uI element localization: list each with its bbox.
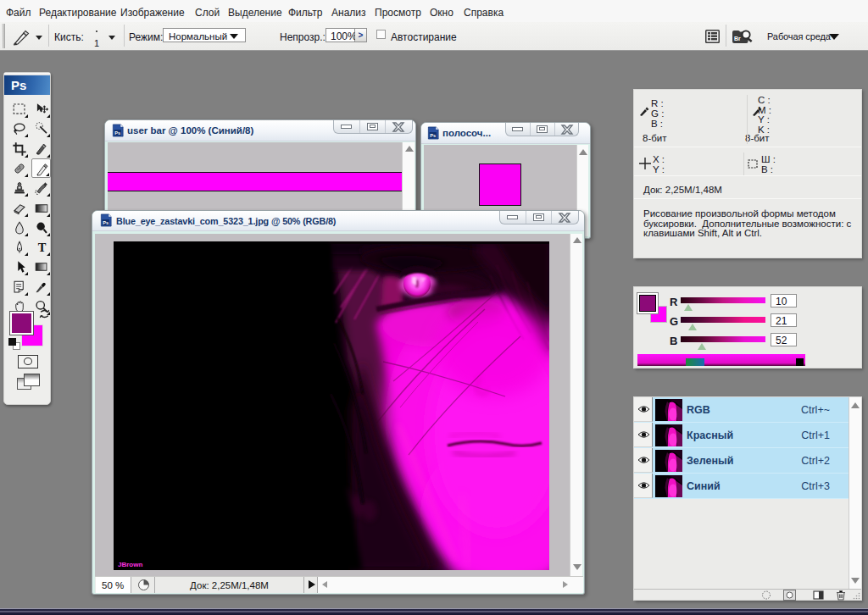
svg-text:JBrown: JBrown bbox=[118, 561, 142, 568]
svg-text:Ps: Ps bbox=[114, 130, 120, 136]
svg-text:Br: Br bbox=[734, 36, 741, 42]
svg-text:Ps: Ps bbox=[430, 133, 436, 138]
svg-text:Ps: Ps bbox=[103, 220, 108, 225]
svg-text:T: T bbox=[38, 241, 47, 254]
